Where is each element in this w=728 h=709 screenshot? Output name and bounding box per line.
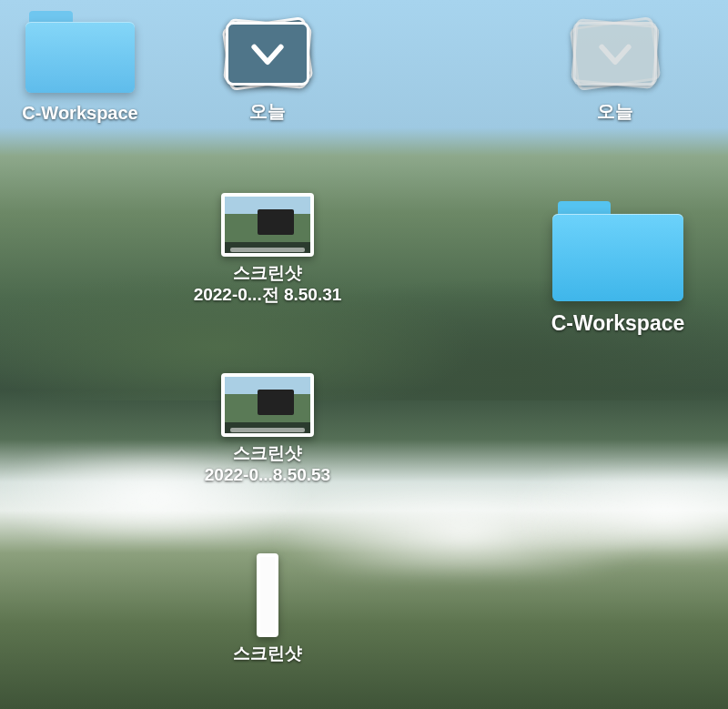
- screenshot-item-2[interactable]: 스크린샷2022-0...8.50.53: [186, 373, 349, 486]
- folder-label: C-Workspace: [22, 102, 137, 125]
- screenshot-thumbnail-icon: [221, 193, 314, 257]
- stack-icon: [217, 13, 318, 95]
- screenshot-label: 스크린샷: [233, 643, 302, 664]
- stack-today[interactable]: 오늘: [186, 13, 349, 123]
- stack-today[interactable]: 오늘: [533, 13, 697, 123]
- stack-label: 오늘: [249, 100, 286, 123]
- folder-c-workspace[interactable]: C-Workspace: [0, 5, 162, 125]
- folder-c-workspace[interactable]: C-Workspace: [522, 196, 713, 337]
- stack-icon: [565, 13, 665, 95]
- screenshot-item-1[interactable]: 스크린샷2022-0...전 8.50.31: [186, 193, 349, 306]
- screenshot-label: 스크린샷2022-0...전 8.50.31: [194, 262, 342, 306]
- chevron-down-icon: [595, 34, 635, 74]
- chevron-down-icon: [248, 34, 288, 74]
- folder-icon: [549, 196, 687, 305]
- screenshot-thumbnail-icon: [221, 373, 314, 437]
- folder-label: C-Workspace: [551, 310, 685, 337]
- desktop-left: C-Workspace 오늘 스크린샷2022-0...전 8.50.31: [0, 0, 364, 709]
- screenshot-thumbnail-icon: [257, 553, 278, 637]
- stack-label: 오늘: [597, 100, 633, 123]
- desktop-right: 오늘 C-Workspace: [364, 0, 728, 709]
- screenshot-item-3[interactable]: 스크린샷: [186, 553, 349, 664]
- screenshot-label: 스크린샷2022-0...8.50.53: [205, 442, 330, 486]
- folder-icon: [22, 5, 138, 96]
